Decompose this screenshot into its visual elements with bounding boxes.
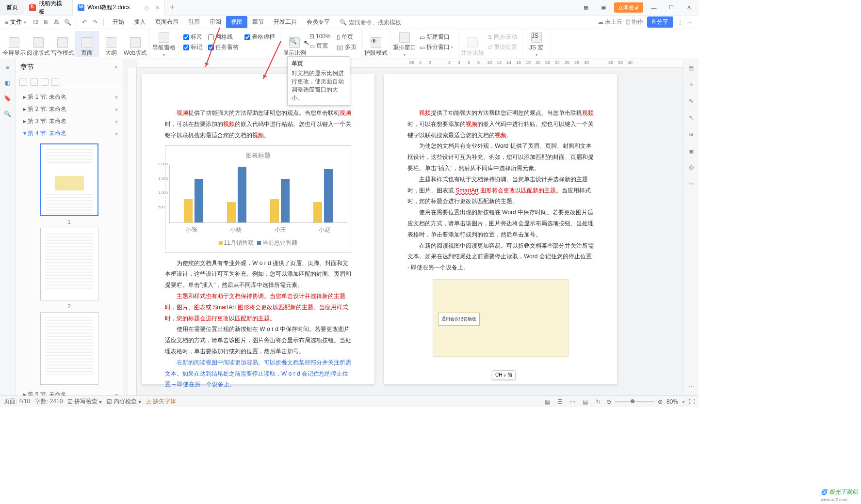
chk-mark[interactable]: 标记 — [183, 43, 202, 51]
page-layout-button[interactable]: 页面 — [75, 31, 99, 57]
menu-start[interactable]: 开始 — [108, 16, 129, 28]
multi-page-button[interactable]: ▯▯ 多页 — [337, 43, 357, 51]
view-mode-2-icon[interactable]: ☰ — [556, 397, 565, 406]
status-words[interactable]: 字数: 2410 — [35, 397, 63, 406]
app-menu-button[interactable]: ≡ 文件 ▾ — [2, 18, 29, 26]
menu-dev[interactable]: 开发工具 — [269, 16, 302, 28]
save-icon[interactable]: 🖫 — [31, 18, 40, 27]
rail-image-icon[interactable]: ▣ — [687, 146, 696, 155]
zoom-100-button[interactable]: ⊡ 100% — [309, 33, 331, 40]
page-thumbnail-1[interactable] — [40, 143, 98, 216]
single-page-button[interactable]: ▯ 单页 — [337, 33, 357, 41]
zoom-in-button[interactable]: ⊕ — [658, 398, 663, 405]
chart[interactable]: 图表标题 500 1,000 1,500 2,000 小张小杨小王小赵 — [165, 145, 351, 252]
view-mode-1-icon[interactable]: ▦ — [543, 397, 552, 406]
apps-icon[interactable]: ▣ — [597, 2, 610, 14]
rail-more-icon[interactable]: ⋯ — [687, 382, 696, 391]
page-width-button[interactable]: ▭ 页宽 — [309, 42, 331, 50]
rail-shape-icon[interactable]: ◎ — [687, 163, 696, 172]
page-1[interactable]: 视频提供了功能强大的方法帮助您证明您的观点。当您单击联机视频时，可以在想要添加的… — [142, 74, 374, 384]
document-area[interactable]: 8642 246 81012 141618 202224 262830 3638… — [123, 59, 683, 395]
js-macro-button[interactable]: JSJS 宏▾ — [524, 31, 549, 57]
page-thumbnail-3[interactable] — [40, 312, 98, 385]
login-button[interactable]: 立即登录 — [614, 2, 643, 13]
nav-item-4[interactable]: ▾ 第 4 节: 未命名▾ — [16, 127, 123, 140]
zoom-more-icon[interactable]: ▾ — [682, 398, 685, 405]
zoom-button[interactable]: 🔍显示比例 — [282, 31, 307, 57]
mindmap-image[interactable]: 通用会议纪要模板 — [433, 279, 569, 357]
redo-icon[interactable]: ↷ — [91, 18, 99, 27]
tab-home[interactable]: 首页 — [0, 0, 24, 16]
rail-ai-icon[interactable]: ✧ — [687, 80, 696, 89]
new-tab-button[interactable]: + — [165, 2, 179, 13]
view-mode-3-icon[interactable]: ▭ — [569, 397, 577, 406]
vertical-ruler[interactable] — [128, 68, 137, 395]
save-as-icon[interactable]: 🗎 — [42, 18, 50, 27]
chk-grid[interactable]: 网格线 — [208, 33, 239, 41]
chk-table-frame[interactable]: 表格虚框 — [244, 33, 275, 41]
nav-pane-button[interactable]: 导航窗格▾ — [152, 31, 176, 57]
menu-layout[interactable]: 页面布局 — [150, 16, 183, 28]
page-thumbnail-2[interactable] — [40, 228, 98, 300]
new-window-button[interactable]: ▭ 新建窗口 — [420, 33, 453, 41]
rotate-icon[interactable]: ↻ — [594, 397, 602, 406]
layout-grid-icon[interactable]: ▦ — [579, 2, 593, 14]
cloud-status[interactable]: ☁ 未上云 — [598, 18, 622, 26]
fit-page-icon[interactable]: ⛶ — [689, 398, 695, 405]
eye-care-button[interactable]: 👁护眼模式 — [364, 31, 388, 57]
menu-reference[interactable]: 引用 — [183, 16, 205, 28]
rail-menu-icon[interactable]: ≡ — [3, 63, 12, 72]
nav-tool-1[interactable] — [19, 78, 27, 86]
zoom-out-button[interactable]: ⊖ — [606, 398, 611, 405]
rail-toolbox-icon[interactable]: ▤ — [687, 64, 696, 73]
nav-tool-4[interactable] — [51, 78, 59, 86]
rail-select-icon[interactable]: ↖ — [687, 113, 696, 122]
command-search-input[interactable] — [349, 19, 407, 26]
minimize-button[interactable]: — — [647, 2, 661, 14]
rail-present-icon[interactable]: ▭ — [687, 179, 696, 188]
rail-sections-icon[interactable]: ◧ — [3, 79, 12, 87]
status-missing-font[interactable]: ⚠ 缺失字体 — [146, 397, 176, 406]
outline-button[interactable]: 大纲 — [99, 31, 123, 57]
chk-ruler[interactable]: 标尺 — [183, 33, 202, 41]
collab-button[interactable]: ⍰ 协作 — [626, 18, 643, 26]
rail-settings-icon[interactable]: ≋ — [687, 130, 696, 139]
nav-item-2[interactable]: ▸ 第 2 节: 未命名▾ — [16, 103, 123, 115]
nav-tool-3[interactable] — [41, 78, 49, 86]
rearrange-button[interactable]: 重排窗口▾ — [392, 31, 417, 57]
menu-review[interactable]: 审阅 — [205, 16, 226, 28]
print-preview-icon[interactable]: 🔍 — [63, 18, 72, 27]
close-window-button[interactable]: ✕ — [682, 2, 696, 14]
menu-view[interactable]: 视图 — [226, 16, 247, 28]
view-mode-4-icon[interactable]: ▤ — [581, 397, 590, 406]
menu-section[interactable]: 章节 — [247, 16, 269, 28]
ime-indicator[interactable]: CH ♪ 简 — [492, 370, 516, 380]
print-icon[interactable]: 🖶 — [52, 18, 61, 27]
status-spellcheck[interactable]: ☑ 拼写检查 ▾ — [67, 397, 102, 406]
fullscreen-button[interactable]: 全屏显示 — [2, 31, 26, 57]
rail-bookmark-icon[interactable]: 🔖 — [3, 94, 12, 103]
menu-member[interactable]: 会员专享 — [302, 16, 335, 28]
menu-insert[interactable]: 插入 — [129, 16, 150, 28]
nav-item-1[interactable]: ▸ 第 1 节: 未命名▾ — [16, 91, 123, 103]
tab-close-icon[interactable]: × — [156, 4, 160, 12]
undo-icon[interactable]: ↶ — [80, 18, 89, 27]
page-2[interactable]: 视频提供了功能强大的方法帮助您证明您的观点。当您单击联机视频时，可以在想要添加的… — [384, 74, 617, 384]
web-layout-button[interactable]: Web版式 — [123, 31, 147, 57]
status-content-check[interactable]: ☑ 内容检查 ▾ — [107, 397, 141, 406]
collapse-ribbon-icon[interactable]: ︿ — [687, 18, 693, 26]
zoom-value[interactable]: 80% — [666, 398, 678, 405]
status-page[interactable]: 页面: 4/10 — [4, 397, 30, 406]
maximize-button[interactable]: ☐ — [665, 2, 678, 14]
split-window-button[interactable]: ▭ 拆分窗口 ▾ — [420, 43, 453, 51]
command-search[interactable]: 🔍 — [340, 19, 407, 26]
tab-document[interactable]: Word教程2.docx ◇ × — [73, 0, 165, 16]
rail-search-icon[interactable]: 🔍 — [3, 110, 12, 118]
tab-pin-icon[interactable]: ◇ — [145, 4, 149, 11]
writing-mode-button[interactable]: 写作模式 — [50, 31, 75, 57]
nav-tool-2[interactable] — [30, 78, 38, 86]
share-button[interactable]: ⎘ 分享 — [647, 16, 673, 28]
more-menu-icon[interactable]: ⋮ — [677, 19, 683, 26]
reading-layout-button[interactable]: 阅读版式 — [26, 31, 50, 57]
nav-item-3[interactable]: ▸ 第 3 节: 未命名▾ — [16, 115, 123, 127]
